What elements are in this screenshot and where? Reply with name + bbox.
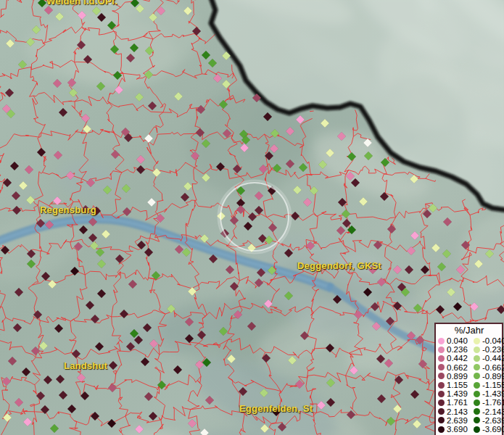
- data-marker[interactable]: [336, 226, 345, 235]
- data-marker[interactable]: [77, 373, 86, 382]
- data-marker[interactable]: [97, 289, 106, 298]
- data-marker[interactable]: [91, 315, 99, 323]
- data-marker[interactable]: [5, 88, 14, 97]
- data-marker[interactable]: [19, 181, 28, 190]
- data-marker[interactable]: [149, 412, 157, 420]
- data-marker[interactable]: [137, 241, 146, 249]
- data-marker[interactable]: [293, 186, 302, 194]
- data-marker[interactable]: [230, 216, 239, 225]
- data-marker[interactable]: [208, 59, 217, 67]
- data-marker[interactable]: [136, 165, 145, 174]
- data-marker[interactable]: [54, 151, 62, 160]
- data-marker[interactable]: [181, 193, 189, 202]
- data-marker[interactable]: [111, 150, 120, 159]
- data-marker[interactable]: [15, 288, 23, 297]
- data-marker[interactable]: [393, 265, 402, 274]
- data-marker[interactable]: [291, 212, 299, 220]
- data-marker[interactable]: [59, 391, 67, 399]
- data-marker[interactable]: [81, 114, 90, 123]
- data-marker[interactable]: [244, 222, 252, 231]
- data-marker[interactable]: [442, 249, 451, 258]
- data-marker[interactable]: [230, 282, 239, 291]
- data-marker[interactable]: [226, 265, 234, 274]
- data-marker[interactable]: [36, 392, 45, 400]
- data-marker[interactable]: [102, 230, 110, 239]
- data-marker[interactable]: [53, 79, 62, 88]
- data-marker[interactable]: [120, 310, 128, 318]
- data-marker[interactable]: [44, 376, 52, 384]
- data-marker[interactable]: [44, 6, 53, 14]
- data-marker[interactable]: [80, 392, 89, 400]
- data-marker[interactable]: [387, 225, 396, 233]
- data-marker[interactable]: [213, 74, 222, 83]
- data-marker[interactable]: [13, 323, 22, 332]
- data-marker[interactable]: [248, 212, 257, 221]
- map-viewport[interactable]: Weiden i.d.OPf.RegensburgDeggendorf, GKS…: [0, 0, 504, 435]
- data-marker[interactable]: [59, 108, 67, 117]
- data-marker[interactable]: [107, 419, 116, 428]
- data-marker[interactable]: [377, 394, 386, 403]
- data-marker[interactable]: [148, 102, 157, 110]
- data-marker[interactable]: [222, 80, 231, 88]
- data-marker[interactable]: [10, 162, 19, 170]
- data-marker[interactable]: [23, 418, 32, 426]
- data-marker[interactable]: [174, 92, 183, 101]
- data-marker[interactable]: [72, 349, 80, 358]
- data-marker[interactable]: [387, 417, 395, 426]
- data-marker[interactable]: [326, 378, 335, 387]
- data-marker[interactable]: [437, 262, 446, 271]
- data-marker[interactable]: [12, 191, 20, 200]
- data-marker[interactable]: [136, 155, 145, 164]
- data-marker[interactable]: [183, 182, 192, 191]
- data-marker[interactable]: [56, 375, 65, 384]
- data-marker[interactable]: [144, 392, 153, 401]
- data-marker[interactable]: [6, 39, 15, 48]
- data-marker[interactable]: [26, 196, 35, 204]
- data-marker[interactable]: [70, 267, 79, 276]
- data-marker[interactable]: [54, 324, 63, 333]
- data-marker[interactable]: [407, 246, 416, 255]
- data-marker[interactable]: [41, 405, 49, 414]
- data-marker[interactable]: [410, 390, 419, 399]
- data-marker[interactable]: [38, 0, 46, 7]
- data-marker[interactable]: [393, 405, 402, 413]
- data-marker[interactable]: [144, 134, 153, 143]
- data-marker[interactable]: [108, 384, 117, 392]
- data-marker[interactable]: [18, 60, 27, 69]
- data-marker[interactable]: [50, 424, 59, 433]
- data-marker[interactable]: [255, 206, 263, 215]
- data-marker[interactable]: [421, 265, 429, 274]
- data-marker[interactable]: [123, 207, 131, 216]
- data-marker[interactable]: [188, 419, 197, 428]
- data-marker[interactable]: [268, 223, 277, 232]
- data-marker[interactable]: [12, 206, 21, 215]
- data-marker[interactable]: [25, 165, 33, 174]
- data-marker[interactable]: [342, 219, 351, 228]
- data-marker[interactable]: [144, 248, 153, 257]
- data-marker[interactable]: [8, 357, 17, 365]
- data-marker[interactable]: [88, 233, 97, 242]
- map-canvas[interactable]: [0, 0, 504, 435]
- data-marker[interactable]: [22, 368, 30, 376]
- data-marker[interactable]: [141, 357, 149, 366]
- data-marker[interactable]: [431, 244, 440, 252]
- data-marker[interactable]: [109, 361, 117, 370]
- data-marker[interactable]: [39, 341, 48, 350]
- data-marker[interactable]: [15, 398, 23, 407]
- data-marker[interactable]: [410, 231, 419, 240]
- data-marker[interactable]: [97, 260, 106, 268]
- data-marker[interactable]: [135, 93, 144, 102]
- data-marker[interactable]: [37, 148, 46, 157]
- data-marker[interactable]: [310, 186, 318, 195]
- data-marker[interactable]: [338, 198, 347, 207]
- data-marker[interactable]: [200, 428, 209, 435]
- data-marker[interactable]: [92, 207, 101, 215]
- data-marker[interactable]: [95, 342, 104, 351]
- data-marker[interactable]: [342, 210, 350, 218]
- data-marker[interactable]: [79, 225, 88, 234]
- data-marker[interactable]: [128, 280, 137, 289]
- data-marker[interactable]: [3, 413, 12, 422]
- data-marker[interactable]: [147, 198, 156, 207]
- data-marker[interactable]: [122, 184, 131, 193]
- data-marker[interactable]: [359, 197, 368, 206]
